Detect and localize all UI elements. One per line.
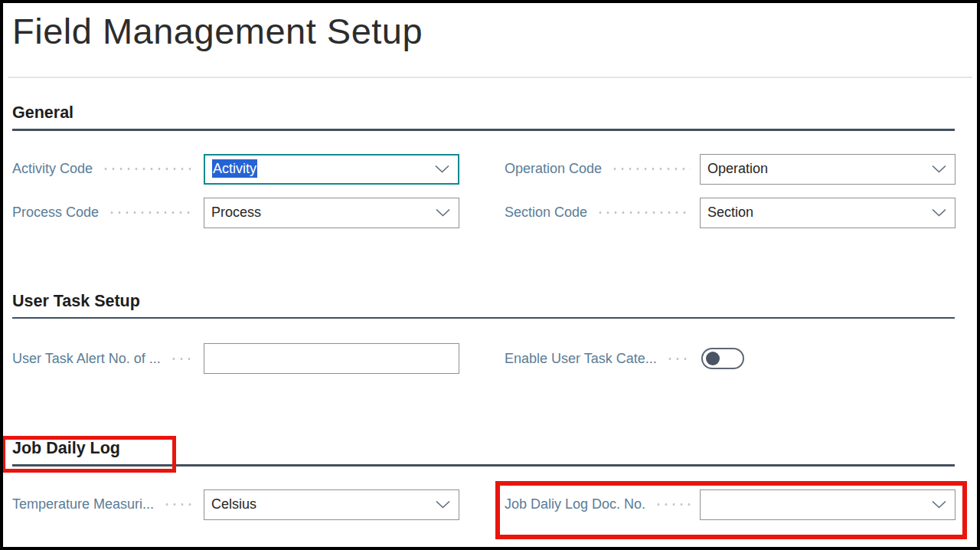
chevron-down-icon[interactable] — [436, 500, 450, 509]
chevron-down-icon[interactable] — [436, 208, 450, 217]
field-row-user-task-alert: User Task Alert No. of ... — [12, 343, 459, 374]
section-user-task-setup: User Task Setup User Task Alert No. of .… — [12, 291, 968, 375]
section-divider-job-daily-log — [12, 464, 955, 467]
section-code-value: Section — [707, 205, 753, 221]
job-daily-log-doc-no-combobox[interactable] — [700, 489, 956, 520]
section-job-daily-log: Job Daily Log Temperature Measuri... Cel… — [12, 438, 968, 520]
activity-code-value: Activity — [212, 161, 257, 177]
temperature-measuring-label: Temperature Measuri... — [12, 496, 154, 512]
field-row-process-code: Process Code Process — [12, 198, 459, 228]
user-task-alert-label: User Task Alert No. of ... — [12, 351, 161, 367]
field-row-activity-code: Activity Code Activity — [12, 154, 459, 185]
temperature-measuring-combobox[interactable]: Celsius — [204, 489, 459, 520]
operation-code-combobox[interactable]: Operation — [700, 154, 956, 185]
section-code-combobox[interactable]: Section — [700, 198, 956, 228]
temperature-measuring-value: Celsius — [211, 496, 256, 512]
chevron-down-icon[interactable] — [435, 165, 449, 173]
field-row-enable-user-task-category: Enable User Task Cate... — [505, 343, 956, 374]
field-management-setup-page: Field Management Setup General Activity … — [3, 8, 977, 550]
field-row-operation-code: Operation Code Operation — [505, 154, 956, 185]
dotted-leader — [596, 211, 691, 214]
dotted-leader — [170, 358, 194, 360]
process-code-combobox[interactable]: Process — [204, 198, 459, 228]
activity-code-combobox[interactable]: Activity — [204, 154, 459, 185]
dotted-leader — [611, 168, 691, 170]
page-title: Field Management Setup — [12, 8, 968, 55]
process-code-label: Process Code — [12, 205, 99, 221]
operation-code-value: Operation — [707, 161, 768, 177]
section-heading-general: General — [12, 103, 968, 123]
section-divider-user-task — [12, 317, 955, 319]
chevron-down-icon[interactable] — [932, 165, 946, 173]
section-code-label: Section Code — [505, 205, 587, 221]
title-divider — [8, 77, 972, 78]
dotted-leader — [655, 503, 691, 506]
section-heading-user-task-setup: User Task Setup — [12, 291, 968, 311]
field-row-job-daily-log-doc-no: Job Daliy Log Doc. No. — [505, 489, 956, 520]
enable-user-task-category-label: Enable User Task Cate... — [505, 351, 657, 367]
field-row-section-code: Section Code Section — [505, 198, 956, 228]
dotted-leader — [666, 358, 691, 360]
job-daily-log-doc-no-label: Job Daliy Log Doc. No. — [505, 496, 645, 512]
chevron-down-icon[interactable] — [932, 500, 946, 509]
enable-user-task-category-toggle[interactable] — [701, 348, 744, 369]
operation-code-label: Operation Code — [505, 161, 602, 177]
activity-code-label: Activity Code — [12, 161, 93, 177]
section-heading-job-daily-log: Job Daily Log — [12, 438, 968, 458]
section-divider-general — [12, 129, 955, 131]
user-task-alert-input[interactable] — [204, 343, 459, 374]
section-general: General Activity Code Activity Operation… — [12, 103, 968, 228]
toggle-knob — [706, 352, 720, 365]
dotted-leader — [108, 211, 194, 214]
chevron-down-icon[interactable] — [932, 208, 946, 217]
dotted-leader — [102, 168, 194, 170]
process-code-value: Process — [211, 205, 261, 221]
dotted-leader — [163, 503, 194, 506]
field-row-temperature-measuring: Temperature Measuri... Celsius — [12, 489, 459, 520]
